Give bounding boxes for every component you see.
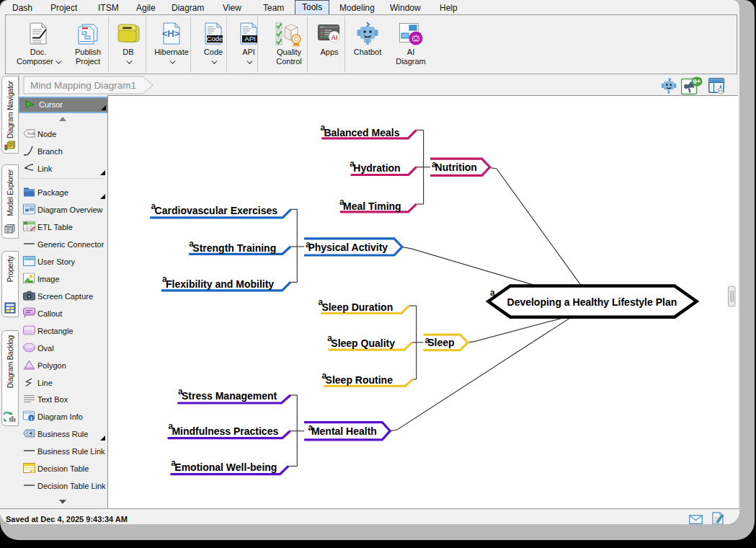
svg-text:Meal Timing: Meal Timing (343, 200, 401, 212)
svg-text:Stress Management: Stress Management (182, 390, 277, 402)
svg-text:Emotional Well-being: Emotional Well-being (174, 461, 277, 473)
svg-text:x: x (30, 469, 32, 473)
svg-text:a: a (339, 197, 344, 207)
svg-text:Developing a Healthy Lifestyle: Developing a Healthy Lifestyle Plan (507, 296, 677, 308)
svg-text:<H>: <H> (162, 28, 180, 39)
svg-text:a: a (171, 458, 176, 468)
svg-text:Flexibility and Mobility: Flexibility and Mobility (166, 278, 274, 290)
svg-text:Sleep Quality: Sleep Quality (331, 337, 395, 349)
svg-text:Nutrition: Nutrition (435, 162, 477, 173)
svg-text:a: a (432, 159, 437, 169)
svg-text:a: a (162, 274, 167, 284)
svg-text:a: a (189, 239, 194, 249)
svg-text:Node: Node (27, 132, 35, 136)
svg-text:Sleep Duration: Sleep Duration (321, 301, 393, 313)
svg-text:a: a (322, 371, 327, 381)
svg-text:Balanced Meals: Balanced Meals (324, 127, 399, 138)
svg-text:a: a (327, 333, 332, 343)
svg-text:Physical Activity: Physical Activity (308, 242, 388, 253)
svg-text:a: a (350, 159, 355, 169)
svg-text:Mental Health: Mental Health (311, 425, 377, 437)
svg-text:Cardiovascular Exercises: Cardiovascular Exercises (155, 205, 278, 216)
svg-text:Mindfulness Practices: Mindfulness Practices (172, 425, 278, 437)
svg-text:i: i (30, 415, 32, 422)
svg-text:Hydration: Hydration (353, 162, 400, 174)
svg-text:a: a (168, 421, 173, 431)
svg-text:Sleep: Sleep (427, 337, 454, 348)
svg-text:a: a (320, 123, 325, 133)
svg-text:9+: 9+ (693, 77, 701, 85)
svg-text:a: a (178, 386, 183, 397)
svg-text:Mind Mapping Diagram1: Mind Mapping Diagram1 (30, 80, 136, 91)
svg-text:<>: <> (320, 26, 324, 29)
svg-text:a: a (306, 239, 311, 249)
svg-text:a: a (308, 423, 313, 433)
svg-text:Strength Training: Strength Training (192, 242, 276, 254)
svg-text:API: API (244, 35, 255, 43)
svg-text:a: a (318, 297, 323, 307)
svg-text:a: a (425, 335, 430, 345)
svg-text:Code: Code (207, 35, 223, 43)
svg-text:AI: AI (332, 34, 338, 41)
svg-text:a: a (151, 201, 156, 211)
svg-text:Sleep Routine: Sleep Routine (326, 374, 393, 386)
svg-text:a: a (490, 288, 495, 298)
